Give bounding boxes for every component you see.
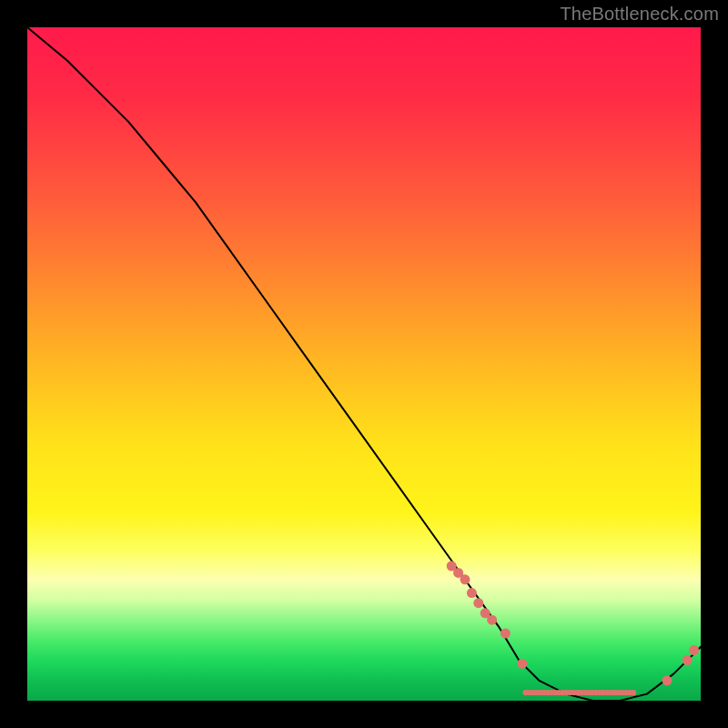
data-point (460, 574, 470, 584)
bottom-cluster-layer (522, 690, 636, 695)
data-point (517, 659, 527, 669)
data-point (689, 645, 699, 655)
watermark-text: TheBottleneck.com (560, 4, 719, 25)
data-point (487, 615, 497, 625)
points-layer (447, 561, 699, 686)
data-point (662, 675, 672, 685)
data-point (500, 629, 511, 639)
data-point (473, 598, 483, 608)
data-point (682, 655, 693, 665)
bottleneck-curve (27, 27, 701, 701)
bottom-cluster-point (631, 690, 636, 695)
curve-layer (27, 27, 701, 701)
plot-svg (27, 27, 701, 701)
data-point (467, 588, 477, 598)
plot-area (27, 27, 701, 701)
chart-stage: TheBottleneck.com (0, 0, 728, 728)
